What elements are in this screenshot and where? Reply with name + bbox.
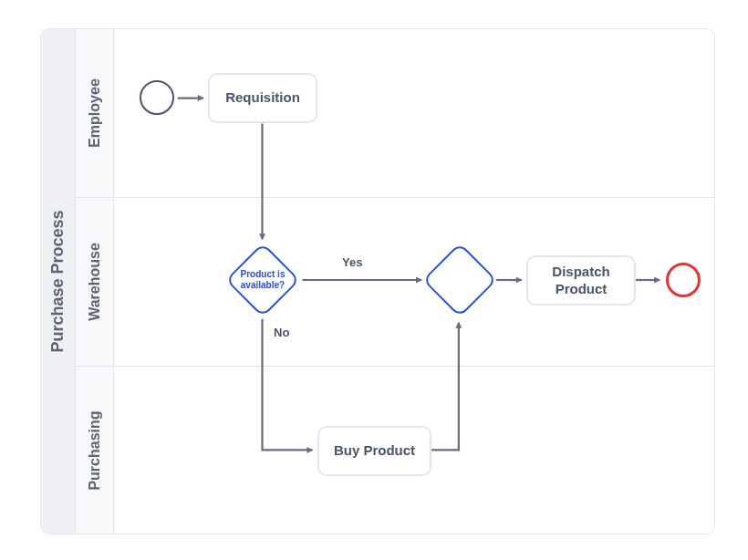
lanes-area: Employee Warehouse Purchasing	[76, 29, 714, 534]
diagram-canvas: Requisition Product is available? Dispat…	[114, 29, 714, 534]
lane-titles: Employee Warehouse Purchasing	[76, 29, 114, 534]
gateway-product-available[interactable]: Product is available?	[225, 243, 300, 317]
lane-label: Warehouse	[87, 243, 103, 321]
task-label: Buy Product	[334, 442, 415, 460]
task-label: Dispatch Product	[535, 264, 627, 298]
task-label: Requisition	[225, 89, 300, 107]
flow-label-yes: Yes	[342, 255, 362, 269]
lane-title-employee: Employee	[76, 29, 113, 198]
end-event[interactable]	[666, 263, 701, 297]
gateway-label: Product is available?	[238, 269, 287, 291]
task-dispatch-product[interactable]: Dispatch Product	[526, 255, 636, 306]
task-requisition[interactable]: Requisition	[208, 73, 317, 123]
lane-divider	[114, 197, 714, 198]
lane-label: Employee	[87, 78, 103, 148]
start-event[interactable]	[140, 80, 174, 115]
lane-label: Purchasing	[87, 410, 103, 490]
pool-title-label: Purchase Process	[48, 210, 68, 352]
flow-label-no: No	[274, 326, 289, 339]
pool-title: Purchase Process	[41, 29, 76, 534]
lane-title-purchasing: Purchasing	[76, 367, 113, 534]
task-buy-product[interactable]: Buy Product	[317, 426, 431, 476]
lane-title-warehouse: Warehouse	[76, 198, 113, 367]
gateway-merge[interactable]	[422, 243, 497, 317]
bpmn-diagram: Purchase Process Employee Warehouse Purc…	[40, 28, 715, 534]
lane-divider	[114, 366, 714, 367]
